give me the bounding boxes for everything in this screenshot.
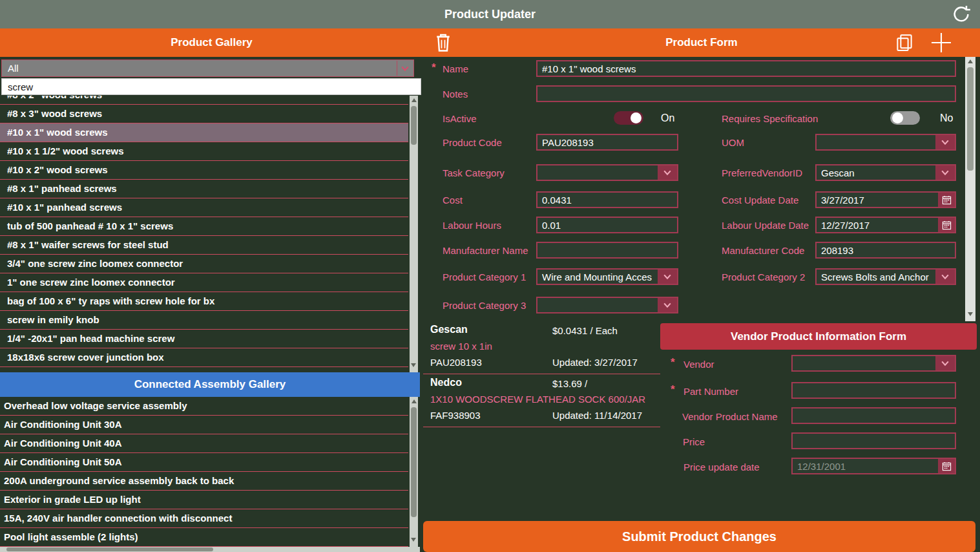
scroll-up-icon[interactable]: [968, 59, 973, 63]
product-list-item[interactable]: 3/4" one screw zinc loomex connector: [0, 255, 408, 273]
requires-spec-state: No: [940, 112, 953, 124]
vendor-product-name-input[interactable]: [791, 407, 956, 424]
manufacturer-name-input[interactable]: [536, 242, 678, 259]
scroll-down-icon[interactable]: [411, 363, 416, 367]
product-list-item[interactable]: #8 x 1" waifer screws for steel stud: [0, 236, 408, 255]
product-list-item[interactable]: bag of 100 x 6" ty raps with screw hole …: [0, 292, 408, 311]
product-list-scrollbar[interactable]: [410, 96, 418, 372]
preferred-vendor-dropdown[interactable]: Gescan: [815, 164, 956, 181]
scroll-up-icon[interactable]: [412, 399, 417, 403]
scrollbar-thumb[interactable]: [967, 67, 974, 171]
chevron-down-icon[interactable]: [658, 298, 677, 312]
product-code-input[interactable]: [536, 134, 678, 151]
price-update-date-input[interactable]: [797, 461, 937, 472]
right-panel: Product Form: [423, 28, 980, 552]
calendar-icon[interactable]: [938, 193, 955, 207]
price-update-date-label: Price update date: [683, 462, 760, 472]
assembly-list-item[interactable]: Exterior in grade LED up light: [0, 491, 408, 509]
scrollbar-thumb[interactable]: [6, 547, 213, 551]
assembly-list-item[interactable]: Overhead low voltage service assembly: [0, 397, 408, 416]
vendor-label: Vendor: [683, 359, 714, 370]
chevron-down-icon[interactable]: [658, 270, 677, 284]
chevron-down-icon[interactable]: [397, 61, 413, 76]
labour-hours-input[interactable]: [536, 217, 678, 233]
calendar-icon[interactable]: [938, 459, 955, 473]
assembly-list: Overhead low voltage service assembly Ai…: [0, 397, 423, 547]
product-category-1-dropdown[interactable]: Wire and Mounting Acces: [536, 268, 678, 285]
chevron-down-icon[interactable]: [935, 165, 955, 180]
product-list-item[interactable]: #8 x 2" wood screws: [0, 96, 408, 105]
assembly-list-item[interactable]: Air Conditioning Unit 40A: [0, 434, 408, 453]
product-list-item[interactable]: 1/4" -20x1" pan head machine screw: [0, 330, 408, 348]
vendor-name: Nedco: [430, 377, 462, 388]
product-list-item[interactable]: #8 x 1" panhead screws: [0, 180, 408, 198]
requires-spec-toggle[interactable]: [890, 111, 920, 125]
product-list-item[interactable]: screw in emily knob: [0, 311, 408, 330]
form-scrollbar[interactable]: [965, 57, 975, 321]
task-category-label: Task Category: [443, 167, 505, 178]
toggle-knob: [892, 112, 903, 123]
horizontal-scrollbar[interactable]: [0, 547, 420, 552]
cost-label: Cost: [443, 195, 463, 206]
scrollbar-thumb[interactable]: [411, 106, 417, 145]
assembly-list-item[interactable]: 200A underground service assembly back t…: [0, 472, 408, 491]
scroll-down-icon[interactable]: [968, 312, 973, 316]
price-input[interactable]: [791, 432, 956, 449]
submit-button[interactable]: Submit Product Changes: [423, 521, 975, 552]
assembly-gallery-title: Connected Assembly Gallery: [134, 378, 286, 390]
product-list-item-selected[interactable]: #10 x 1" wood screws: [0, 123, 408, 142]
manufacturer-code-input[interactable]: [815, 242, 956, 259]
task-category-dropdown[interactable]: [536, 164, 678, 181]
chevron-down-icon[interactable]: [935, 135, 955, 149]
add-product-button[interactable]: [930, 31, 953, 65]
product-category-3-dropdown[interactable]: [536, 297, 678, 313]
calendar-icon[interactable]: [938, 218, 955, 232]
isactive-label: IsActive: [443, 113, 477, 124]
refresh-button[interactable]: [950, 3, 972, 25]
cost-input[interactable]: [536, 191, 678, 208]
notes-label: Notes: [443, 89, 468, 100]
product-list-item[interactable]: #10 x 1" panhead screws: [0, 198, 408, 217]
product-list-item[interactable]: #8 x 3" wood screws: [0, 105, 408, 123]
gallery-search-input[interactable]: [1, 78, 421, 95]
labour-update-date-label: Labour Update Date: [722, 220, 809, 231]
uom-dropdown[interactable]: [815, 134, 956, 151]
name-input[interactable]: [536, 60, 956, 77]
isactive-toggle[interactable]: [614, 111, 643, 125]
scrollbar-thumb[interactable]: [411, 407, 417, 517]
copy-product-button[interactable]: [895, 33, 914, 63]
app-window: Product Updater Product Gallery All #8 x…: [0, 0, 980, 552]
part-number-input[interactable]: [791, 382, 956, 399]
chevron-down-icon[interactable]: [658, 165, 677, 180]
assembly-list-item[interactable]: Pool light assemble (2 lights): [0, 528, 408, 547]
cost-update-date-field[interactable]: 3/27/2017: [815, 191, 956, 208]
product-category-2-dropdown[interactable]: Screws Bolts and Anchor: [815, 268, 956, 285]
product-list-item[interactable]: tub of 500 panhead # 10 x 1" screws: [0, 217, 408, 236]
product-list-item[interactable]: 18x18x6 screw cover junction box: [0, 348, 408, 367]
assembly-list-item[interactable]: Air Conditioning Unit 50A: [0, 453, 408, 472]
price-update-date-field[interactable]: [791, 458, 956, 474]
product-list-item[interactable]: #10 x 1 1/2" wood screws: [0, 142, 408, 161]
left-panel: Product Gallery All #8 x 2" wood screws …: [0, 28, 423, 552]
vendor-price: $0.0431 / Each: [552, 325, 618, 336]
gallery-filter-dropdown[interactable]: All: [1, 59, 414, 77]
chevron-down-icon[interactable]: [935, 270, 955, 284]
chevron-down-icon[interactable]: [935, 356, 955, 370]
notes-input[interactable]: [536, 85, 956, 102]
vendor-name: Gescan: [430, 324, 468, 335]
product-list-item[interactable]: #10 x 2" wood screws: [0, 161, 408, 180]
assembly-list-scrollbar[interactable]: [410, 397, 418, 547]
product-list-item[interactable]: 1" one screw zinc loomex connector: [0, 273, 408, 292]
assembly-list-item[interactable]: 15A, 240V air handler connection with di…: [0, 509, 408, 528]
vendor-updated: Updated: 3/27/2017: [552, 357, 638, 368]
labour-update-date-field[interactable]: 12/27/2017: [815, 217, 956, 233]
vendor-dropdown[interactable]: [791, 355, 956, 372]
product-category-1-label: Product Category 1: [443, 271, 526, 282]
assembly-list-item[interactable]: Air Conditioning Unit 30A: [0, 416, 408, 434]
scroll-down-icon[interactable]: [411, 538, 416, 542]
product-category-2-label: Product Category 2: [722, 271, 805, 282]
scroll-up-icon[interactable]: [412, 98, 417, 102]
trash-icon: [435, 43, 452, 55]
vendor-price: $13.69 /: [552, 378, 587, 389]
delete-product-button[interactable]: [435, 32, 452, 63]
